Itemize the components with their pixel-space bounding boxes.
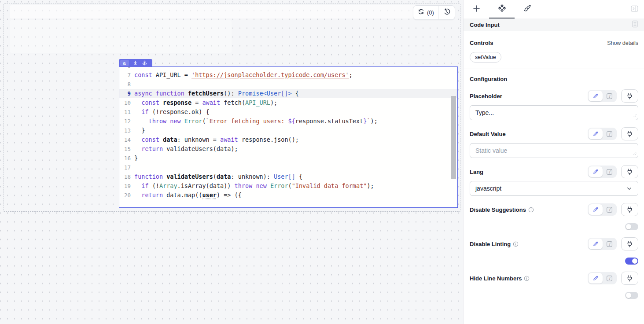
code-line-8[interactable]: 8	[119, 80, 457, 89]
code-editor-scrollbar[interactable]	[451, 96, 456, 179]
code-text: return data.map((user) => ({	[134, 191, 242, 200]
widgets-icon	[498, 4, 506, 14]
refresh-count: (0)	[427, 9, 434, 16]
collapse-panel-icon[interactable]	[631, 5, 638, 14]
code-line-11[interactable]: 11 if (!response.ok) {	[119, 107, 457, 117]
refresh-icon	[418, 8, 424, 17]
info-icon[interactable]	[513, 241, 519, 247]
bind-plug-button[interactable]	[621, 89, 638, 103]
info-icon[interactable]	[528, 207, 534, 213]
fx-mode-button[interactable]: f	[603, 91, 616, 101]
show-details-link[interactable]: Show details	[607, 40, 638, 46]
code-line-19[interactable]: 19 if (!Array.isArray(data)) throw new E…	[119, 181, 457, 191]
code-content: 67const API_URL = 'https://jsonplacehold…	[119, 67, 457, 200]
tab-add-widget[interactable]	[464, 0, 489, 18]
code-text: if (!response.ok) {	[134, 107, 210, 117]
refresh-queries-button[interactable]: (0)	[413, 6, 438, 19]
section-divider-bottom	[464, 308, 644, 308]
lang-select[interactable]: javascript	[470, 181, 638, 196]
code-input-widget[interactable]: a 67const API_URL = 'https://jsonplaceho…	[119, 66, 458, 208]
info-icon[interactable]	[524, 276, 530, 281]
notes-icon[interactable]	[632, 20, 638, 29]
history-icon	[443, 8, 450, 17]
fx-mode-button[interactable]: f	[603, 166, 616, 177]
code-line-12[interactable]: 12 throw new Error(`Error fetching users…	[119, 117, 457, 126]
config-field-disable-suggestions: Disable Suggestionsf	[470, 203, 638, 230]
svg-text:f: f	[608, 94, 611, 98]
control-chip-setvalue[interactable]: setValue	[470, 52, 501, 63]
bind-plug-button[interactable]	[621, 272, 638, 285]
code-line-20[interactable]: 20 return data.map((user) => ({	[119, 191, 457, 200]
disable-linting-toggle[interactable]	[625, 258, 638, 265]
resize-grip-icon[interactable]	[633, 112, 637, 119]
field-label-disable-linting: Disable Linting	[470, 241, 519, 247]
fx-mode-button[interactable]: f	[603, 204, 616, 215]
style-brush-icon	[523, 4, 531, 14]
code-line-14[interactable]: 14 const data: unknown = await response.…	[119, 135, 457, 144]
code-line-13[interactable]: 13 }	[119, 126, 457, 135]
line-number: 13	[119, 126, 134, 135]
line-number: 8	[119, 80, 134, 89]
disable-suggestions-toggle[interactable]	[625, 223, 638, 230]
history-button[interactable]	[439, 6, 455, 19]
code-line-9[interactable]: 9async function fetchUsers(): Promise<Us…	[119, 89, 457, 98]
hide-line-numbers-toggle[interactable]	[625, 292, 638, 299]
bind-plug-button[interactable]	[621, 165, 638, 178]
line-number: 12	[119, 117, 134, 126]
code-text: if (!Array.isArray(data)) throw new Erro…	[134, 181, 374, 191]
code-line-7[interactable]: 7const API_URL = 'https://jsonplaceholde…	[119, 70, 457, 80]
edit-mode-button[interactable]	[589, 204, 603, 215]
add-widget-icon	[473, 5, 480, 14]
code-text: throw new Error(`Error fetching users: $…	[134, 117, 378, 126]
bind-plug-button[interactable]	[621, 203, 638, 216]
code-line-17[interactable]: 17	[119, 163, 457, 172]
placeholder-input[interactable]: Type...	[470, 105, 638, 120]
bind-plug-button[interactable]	[621, 237, 638, 250]
code-text: return validateUsers(data);	[134, 144, 238, 154]
canvas-section-highlight	[10, 5, 453, 18]
code-line-16[interactable]: 16}	[119, 154, 457, 163]
default-value-value: Static value	[475, 147, 507, 154]
code-line-6[interactable]: 6	[119, 67, 457, 70]
code-line-15[interactable]: 15 return validateUsers(data);	[119, 144, 457, 154]
canvas-toolbar: (0)	[413, 5, 455, 20]
tab-style[interactable]	[515, 0, 540, 18]
config-field-hide-line-numbers: Hide Line Numbersf	[470, 272, 638, 299]
line-number: 16	[119, 154, 134, 163]
code-text: const data: unknown = await response.jso…	[134, 135, 299, 144]
widget-title: Code Input	[470, 22, 500, 28]
fx-mode-button[interactable]: f	[603, 239, 616, 249]
widget-properties-header: Code Input	[464, 18, 644, 31]
canvas[interactable]: (0) a	[0, 0, 463, 324]
line-number: 11	[119, 107, 134, 117]
lang-selected-value: javascript	[475, 185, 501, 192]
config-field-lang: Langfjavascript	[470, 165, 638, 196]
svg-text:f: f	[608, 207, 611, 212]
edit-mode-button[interactable]	[589, 273, 603, 284]
code-editor[interactable]: 67const API_URL = 'https://jsonplacehold…	[119, 67, 457, 207]
bind-plug-button[interactable]	[621, 127, 638, 140]
fx-mode-button[interactable]: f	[603, 129, 616, 139]
field-binding-controls: f	[588, 165, 638, 178]
default-value-input[interactable]: Static value	[470, 143, 638, 158]
code-line-18[interactable]: 18function validateUsers(data: unknown):…	[119, 172, 457, 181]
fx-mode-button[interactable]: f	[603, 273, 616, 284]
toggle-knob	[632, 258, 637, 264]
widget-name-chip[interactable]: a	[120, 60, 129, 66]
line-number: 20	[119, 191, 134, 200]
code-line-10[interactable]: 10 const response = await fetch(API_URL)…	[119, 98, 457, 107]
move-down-to-bar-icon[interactable]	[131, 59, 140, 67]
tab-widget-properties[interactable]	[489, 0, 515, 18]
resize-grip-icon[interactable]	[633, 150, 637, 157]
edit-mode-button[interactable]	[589, 239, 603, 249]
widget-badge[interactable]: a	[119, 59, 152, 67]
section-divider	[464, 69, 644, 69]
property-panel: Code Input Controls Show details setValu…	[463, 0, 644, 324]
field-label-disable-suggestions: Disable Suggestions	[470, 206, 534, 213]
anchor-icon[interactable]	[140, 59, 149, 67]
edit-mode-button[interactable]	[589, 129, 603, 139]
edit-mode-button[interactable]	[589, 166, 603, 177]
edit-mode-button[interactable]	[589, 91, 603, 101]
line-number: 6	[119, 67, 134, 70]
code-text: async function fetchUsers(): Promise<Use…	[134, 89, 299, 98]
